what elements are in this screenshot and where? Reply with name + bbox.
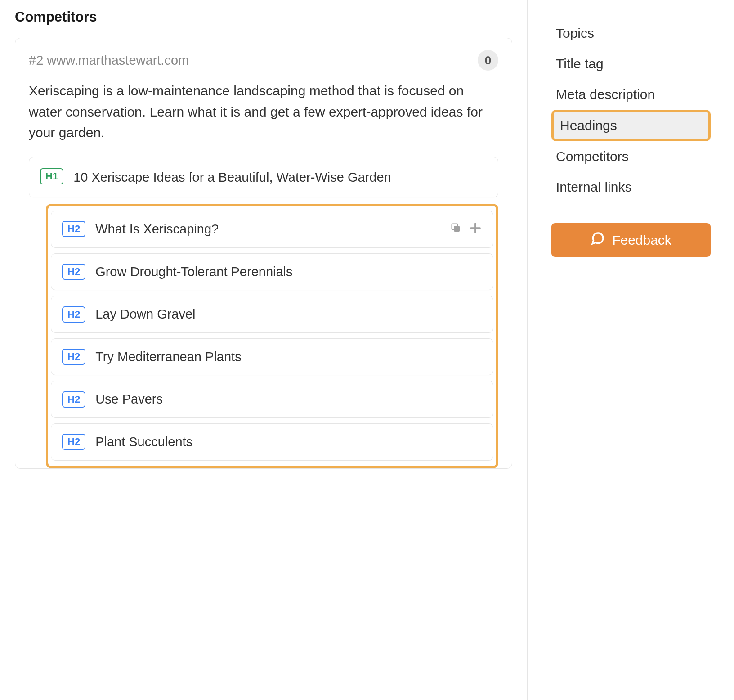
nav-list: Topics Title tag Meta description Headin… bbox=[551, 18, 711, 202]
nav-topics[interactable]: Topics bbox=[551, 18, 711, 49]
heading-h2-card[interactable]: H2 What Is Xeriscaping? bbox=[51, 211, 493, 248]
copy-icon[interactable] bbox=[450, 222, 462, 236]
card-header: #2 www.marthastewart.com 0 bbox=[29, 50, 498, 71]
plus-icon[interactable] bbox=[469, 221, 482, 237]
competitor-domain: www.marthastewart.com bbox=[47, 53, 189, 67]
h2-highlight-group: H2 What Is Xeriscaping? H2 Grow Drought-… bbox=[46, 204, 498, 468]
heading-h2-text: Lay Down Gravel bbox=[95, 305, 482, 323]
heading-h2-text: Grow Drought-Tolerant Perennials bbox=[95, 263, 482, 281]
nav-headings-label: Headings bbox=[554, 112, 708, 139]
nav-headings[interactable]: Headings bbox=[551, 110, 711, 141]
h2-tag: H2 bbox=[62, 264, 85, 280]
page-title: Competitors bbox=[15, 9, 512, 25]
heading-h2-text: Use Pavers bbox=[95, 390, 482, 408]
heading-h2-text: Try Mediterranean Plants bbox=[95, 348, 482, 366]
heading-h2-card[interactable]: H2 Use Pavers bbox=[51, 381, 493, 418]
heading-h2-card[interactable]: H2 Try Mediterranean Plants bbox=[51, 338, 493, 376]
heading-h2-card[interactable]: H2 Grow Drought-Tolerant Perennials bbox=[51, 253, 493, 291]
competitor-site: #2 www.marthastewart.com bbox=[29, 53, 189, 68]
nav-competitors[interactable]: Competitors bbox=[551, 141, 711, 172]
heading-h2-text: What Is Xeriscaping? bbox=[95, 220, 440, 238]
nav-title-tag[interactable]: Title tag bbox=[551, 49, 711, 79]
heading-h2-text: Plant Succulents bbox=[95, 433, 482, 451]
h2-tag: H2 bbox=[62, 221, 85, 237]
h2-tag: H2 bbox=[62, 349, 85, 365]
chat-icon bbox=[591, 231, 605, 249]
feedback-button[interactable]: Feedback bbox=[551, 223, 711, 257]
heading-h1-text: 10 Xeriscape Ideas for a Beautiful, Wate… bbox=[73, 168, 487, 187]
competitor-card: #2 www.marthastewart.com 0 Xeriscaping i… bbox=[15, 38, 512, 469]
competitor-description: Xeriscaping is a low-maintenance landsca… bbox=[29, 81, 498, 144]
nav-internal-links[interactable]: Internal links bbox=[551, 172, 711, 202]
heading-h1-card[interactable]: H1 10 Xeriscape Ideas for a Beautiful, W… bbox=[29, 157, 498, 198]
svg-rect-0 bbox=[454, 226, 460, 232]
h2-tag: H2 bbox=[62, 434, 85, 450]
h2-tag: H2 bbox=[62, 306, 85, 323]
h2-tag: H2 bbox=[62, 391, 85, 408]
competitor-rank: #2 bbox=[29, 53, 43, 67]
heading-h2-card[interactable]: H2 Plant Succulents bbox=[51, 423, 493, 461]
feedback-button-label: Feedback bbox=[612, 233, 671, 248]
h1-tag: H1 bbox=[40, 168, 63, 184]
count-badge: 0 bbox=[478, 50, 498, 71]
sidebar: Topics Title tag Meta description Headin… bbox=[528, 0, 734, 700]
nav-meta-description[interactable]: Meta description bbox=[551, 79, 711, 110]
heading-h2-card[interactable]: H2 Lay Down Gravel bbox=[51, 296, 493, 333]
